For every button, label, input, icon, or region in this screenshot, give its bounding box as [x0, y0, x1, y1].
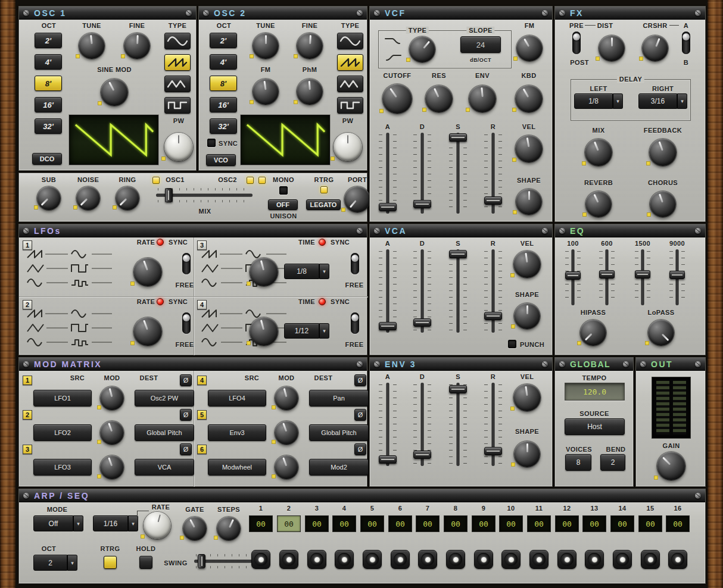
- step-button-11[interactable]: [529, 550, 549, 569]
- slot5-invert-button[interactable]: Ø: [354, 409, 366, 421]
- slot6-src-button[interactable]: Modwheel: [208, 459, 266, 476]
- osc2-tune-knob[interactable]: [253, 33, 279, 59]
- reverb-knob[interactable]: [585, 191, 612, 217]
- eq-band-600-slider[interactable]: [598, 248, 616, 306]
- arp-hold-button[interactable]: [139, 556, 152, 569]
- slot3-src-button[interactable]: LFO3: [33, 459, 92, 476]
- step-button-7[interactable]: [418, 550, 437, 569]
- punch-checkbox[interactable]: [508, 340, 516, 348]
- vcf-shape-knob[interactable]: [516, 189, 542, 215]
- osc2-type-sine-button[interactable]: [337, 33, 363, 49]
- vcf-sustain-slider[interactable]: [448, 132, 468, 215]
- lfo2-wave-selector[interactable]: [25, 308, 114, 353]
- osc1-oct-2-button[interactable]: 2': [35, 33, 62, 48]
- osc2-vco-button[interactable]: VCO: [206, 154, 236, 166]
- step-button-6[interactable]: [391, 550, 410, 569]
- step-button-13[interactable]: [585, 550, 604, 569]
- unison-off-button[interactable]: OFF: [268, 199, 298, 210]
- bend-value-button[interactable]: 2: [600, 454, 625, 471]
- chevron-down-icon[interactable]: ▾: [73, 515, 83, 531]
- arp-rate-knob[interactable]: [144, 512, 171, 539]
- filter-type-knob[interactable]: [409, 36, 435, 62]
- slot3-mod-knob[interactable]: [100, 455, 124, 479]
- slot2-mod-knob[interactable]: [100, 421, 124, 445]
- osc2-type-pulse-button[interactable]: [337, 97, 363, 114]
- step-button-3[interactable]: [307, 550, 326, 569]
- lfo4-rate-knob[interactable]: [250, 317, 278, 346]
- osc2-pw-knob[interactable]: [334, 133, 362, 161]
- eq-band-1500-slider[interactable]: [634, 248, 652, 306]
- osc1-oct-4-button[interactable]: 4': [35, 54, 62, 70]
- step-button-16[interactable]: [668, 550, 687, 569]
- slot3-invert-button[interactable]: Ø: [180, 443, 192, 455]
- lfo4-free-toggle[interactable]: [351, 312, 359, 334]
- noise-level-knob[interactable]: [76, 186, 100, 210]
- portamento-knob[interactable]: [344, 186, 370, 212]
- arp-rtrg-button[interactable]: [104, 556, 117, 569]
- osc2-oct-8-button[interactable]: 8': [210, 76, 237, 91]
- vca-decay-slider[interactable]: [412, 248, 432, 334]
- osc2-oct-16-button[interactable]: 16': [210, 97, 237, 112]
- osc2-type-saw-button[interactable]: [337, 54, 363, 71]
- env3-decay-slider[interactable]: [412, 381, 432, 467]
- vca-shape-knob[interactable]: [514, 303, 540, 329]
- osc1-oct-32-button[interactable]: 32': [35, 118, 62, 134]
- slot1-src-button[interactable]: LFO1: [33, 390, 92, 406]
- vcf-attack-slider[interactable]: [378, 132, 398, 215]
- voices-value-button[interactable]: 8: [565, 454, 591, 471]
- delay-right-select[interactable]: 3/16▾: [638, 93, 687, 109]
- step-button-4[interactable]: [335, 550, 354, 569]
- step-button-14[interactable]: [613, 550, 632, 569]
- lfo3-time-select[interactable]: 1/8▾: [284, 264, 329, 279]
- osc2-oct-4-button[interactable]: 4': [210, 54, 237, 70]
- osc1-type-saw-button[interactable]: [164, 54, 191, 71]
- lfo1-free-toggle[interactable]: [182, 253, 191, 274]
- dist-amount-knob[interactable]: [599, 35, 625, 61]
- arp-rate-sync-select[interactable]: 1/16▾: [93, 515, 138, 531]
- chevron-down-icon[interactable]: ▾: [128, 515, 138, 531]
- eq-band-9000-slider[interactable]: [668, 248, 686, 306]
- env3-release-slider[interactable]: [483, 381, 503, 467]
- slot6-dest-button[interactable]: Mod2: [309, 459, 369, 476]
- lfo3-free-toggle[interactable]: [351, 253, 359, 274]
- slot2-invert-button[interactable]: Ø: [180, 409, 192, 421]
- osc1-sine-mod-knob[interactable]: [101, 79, 128, 106]
- mono-checkbox[interactable]: [279, 186, 288, 195]
- osc2-fine-knob[interactable]: [297, 33, 323, 59]
- osc2-fm-knob[interactable]: [253, 79, 279, 105]
- gate-knob[interactable]: [183, 517, 207, 540]
- step-button-9[interactable]: [474, 550, 493, 569]
- lfo1-wave-selector[interactable]: [25, 248, 114, 293]
- chevron-down-icon[interactable]: ▾: [677, 93, 687, 109]
- osc1-oct-16-button[interactable]: 16': [35, 97, 62, 112]
- step-button-8[interactable]: [446, 550, 465, 569]
- lfo2-rate-knob[interactable]: [133, 317, 162, 346]
- osc1-type-pulse-button[interactable]: [164, 97, 191, 114]
- source-select-button[interactable]: Host: [565, 418, 625, 435]
- chorus-knob[interactable]: [650, 191, 676, 217]
- vca-sustain-slider[interactable]: [448, 248, 468, 334]
- vcf-decay-slider[interactable]: [412, 132, 432, 215]
- filter-fm-knob[interactable]: [516, 35, 543, 61]
- chevron-down-icon[interactable]: ▾: [67, 555, 77, 571]
- dist-pre-post-toggle[interactable]: [572, 32, 581, 54]
- step-button-10[interactable]: [501, 550, 521, 569]
- osc1-dco-button[interactable]: DCO: [32, 153, 62, 165]
- delay-mix-knob[interactable]: [585, 139, 612, 166]
- slot1-mod-knob[interactable]: [100, 386, 124, 410]
- slot3-dest-button[interactable]: VCA: [135, 459, 194, 476]
- osc1-fine-knob[interactable]: [124, 33, 150, 59]
- slot5-dest-button[interactable]: Global Pitch: [309, 424, 369, 441]
- osc2-oct-2-button[interactable]: 2': [210, 33, 237, 48]
- tempo-display[interactable]: 120.0: [565, 383, 625, 401]
- vca-attack-slider[interactable]: [378, 248, 398, 334]
- env3-vel-knob[interactable]: [513, 384, 541, 411]
- osc1-type-tri-button[interactable]: [164, 76, 191, 92]
- chevron-down-icon[interactable]: ▾: [319, 323, 329, 339]
- steps-knob[interactable]: [217, 517, 241, 540]
- env3-shape-knob[interactable]: [514, 441, 540, 467]
- vca-release-slider[interactable]: [483, 248, 503, 334]
- vcf-release-slider[interactable]: [483, 132, 503, 215]
- vca-vel-knob[interactable]: [513, 251, 541, 278]
- crusher-knob[interactable]: [642, 35, 668, 61]
